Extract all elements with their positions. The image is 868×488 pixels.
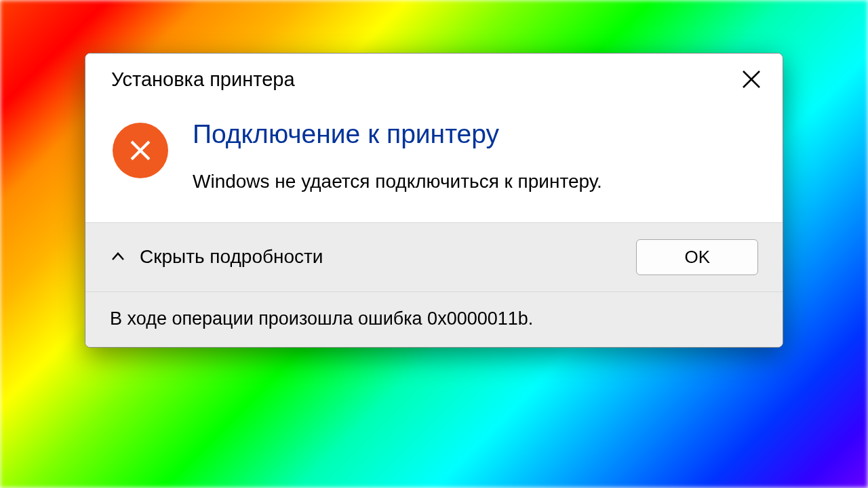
- close-button[interactable]: [738, 66, 765, 93]
- content-area: Подключение к принтеру Windows не удаетс…: [85, 102, 783, 222]
- error-dialog: Установка принтера Подключение к принтер…: [85, 53, 783, 348]
- details-toggle-label: Скрыть подробности: [140, 246, 323, 268]
- details-panel: В ходе операции произошла ошибка 0x00000…: [85, 291, 783, 347]
- ok-button[interactable]: OK: [636, 239, 758, 275]
- chevron-up-icon: [110, 249, 126, 265]
- close-icon: [741, 69, 762, 89]
- error-icon: [113, 123, 168, 178]
- error-heading: Подключение к принтеру: [193, 119, 755, 150]
- error-message: Windows не удается подключиться к принте…: [193, 171, 755, 192]
- action-bar: Скрыть подробности OK: [85, 222, 783, 291]
- dialog-title: Установка принтера: [111, 68, 295, 91]
- content-text: Подключение к принтеру Windows не удаетс…: [193, 119, 755, 192]
- details-toggle[interactable]: Скрыть подробности: [110, 246, 323, 268]
- details-message: В ходе операции произошла ошибка 0x00000…: [110, 308, 758, 329]
- title-bar: Установка принтера: [85, 54, 783, 102]
